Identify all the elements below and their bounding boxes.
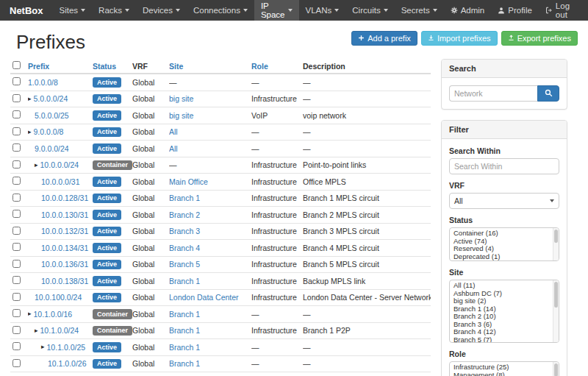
select-option[interactable]: Branch 2 (10) <box>450 313 559 321</box>
scrollbar-thumb[interactable] <box>554 282 558 308</box>
select-option[interactable]: Branch 3 (6) <box>450 321 559 329</box>
prefix-link[interactable]: 10.0.0.0/24 <box>40 160 79 169</box>
prefix-link[interactable]: 10.1.0.0/26 <box>48 359 87 368</box>
prefix-link[interactable]: 10.0.0.130/31 <box>41 210 88 219</box>
site-link[interactable]: Main Office <box>169 177 208 186</box>
status-multiselect[interactable]: Container (16)Active (74)Reserved (4)Dep… <box>449 227 559 261</box>
search-within-input[interactable] <box>449 158 559 174</box>
row-checkbox[interactable] <box>12 210 21 218</box>
row-checkbox[interactable] <box>12 77 21 85</box>
site-link[interactable]: Branch 2 <box>169 210 200 219</box>
site-link[interactable]: London Data Center <box>169 293 239 302</box>
netbox-brand[interactable]: NetBox <box>0 0 53 21</box>
select-option[interactable]: Container (16) <box>450 230 559 238</box>
prefix-link[interactable]: 5.0.0.0/24 <box>34 94 68 103</box>
vrf-cell: Global <box>132 78 169 87</box>
select-option[interactable]: Active (74) <box>450 238 559 246</box>
prefix-link[interactable]: 10.0.100.0/24 <box>35 293 82 302</box>
role-multiselect[interactable]: Infrastructure (25)Management (8)Private… <box>449 361 559 376</box>
nav-item-ip-space[interactable]: IP Space <box>254 0 299 21</box>
select-option[interactable]: Branch 1 (14) <box>450 305 559 313</box>
row-checkbox[interactable] <box>12 177 21 185</box>
prefix-link[interactable]: 10.0.0.132/31 <box>41 227 88 235</box>
nav-item-devices[interactable]: Devices <box>136 0 187 21</box>
select-option[interactable]: Deprecated (1) <box>450 253 559 261</box>
row-checkbox[interactable] <box>12 293 21 301</box>
nav-item-connections[interactable]: Connections <box>187 0 254 21</box>
prefix-link[interactable]: 5.0.0.0/25 <box>35 111 69 120</box>
select-option[interactable]: Management (8) <box>450 372 559 376</box>
vrf-select[interactable]: All <box>449 193 559 209</box>
import-prefixes-button[interactable]: Import prefixes <box>421 31 498 46</box>
select-option[interactable]: Branch 5 (7) <box>450 336 559 344</box>
select-option[interactable]: Reserved (4) <box>450 245 559 253</box>
row-checkbox[interactable] <box>12 127 21 135</box>
select-option[interactable]: All (11) <box>450 282 559 290</box>
column-header-site[interactable]: Site <box>169 62 251 71</box>
select-option[interactable]: big site (2) <box>450 297 559 305</box>
prefix-link[interactable]: 10.0.0.128/31 <box>41 194 88 202</box>
site-link[interactable]: Branch 3 <box>169 227 200 235</box>
select-all-checkbox[interactable] <box>12 61 21 69</box>
nav-item-profile[interactable]: Profile <box>491 0 539 21</box>
site-link[interactable]: big site <box>169 94 193 103</box>
row-checkbox[interactable] <box>12 110 21 118</box>
column-header-status[interactable]: Status <box>93 62 132 71</box>
site-link[interactable]: Branch 1 <box>169 194 200 202</box>
row-checkbox[interactable] <box>12 260 21 268</box>
prefix-link[interactable]: 10.0.0.0/31 <box>41 177 80 186</box>
prefix-link[interactable]: 10.1.0.0/16 <box>34 310 73 319</box>
row-checkbox[interactable] <box>12 94 21 102</box>
site-link[interactable]: Branch 1 <box>169 359 200 368</box>
nav-item-circuits[interactable]: Circuits <box>345 0 394 21</box>
site-link[interactable]: Branch 4 <box>169 244 200 252</box>
site-link[interactable]: Branch 1 <box>169 277 200 285</box>
add-prefix-button[interactable]: Add a prefix <box>351 31 417 46</box>
prefix-link[interactable]: 10.1.0.0/24 <box>40 326 79 335</box>
site-link[interactable]: Branch 1 <box>169 310 200 319</box>
prefix-link[interactable]: 9.0.0.0/8 <box>34 127 64 136</box>
site-link[interactable]: Branch 1 <box>169 343 200 352</box>
column-header-prefix[interactable]: Prefix <box>28 62 93 71</box>
search-input[interactable] <box>449 85 537 102</box>
select-option[interactable]: Ashburn DC (7) <box>450 290 559 298</box>
scrollbar-thumb[interactable] <box>554 363 558 376</box>
nav-item-racks[interactable]: Racks <box>92 0 136 21</box>
row-checkbox[interactable] <box>12 276 21 284</box>
scrollbar[interactable] <box>553 228 559 260</box>
scrollbar-thumb[interactable] <box>554 230 558 243</box>
scrollbar[interactable] <box>553 280 559 342</box>
prefix-link[interactable]: 9.0.0.0/24 <box>35 144 69 153</box>
select-option[interactable]: Infrastructure (25) <box>450 363 559 372</box>
nav-item-logout[interactable]: Log out <box>539 0 584 21</box>
nav-item-admin[interactable]: Admin <box>444 0 492 21</box>
row-checkbox[interactable] <box>12 143 21 152</box>
scrollbar[interactable] <box>553 362 559 376</box>
site-link[interactable]: Branch 1 <box>169 326 200 335</box>
row-checkbox[interactable] <box>12 160 21 169</box>
prefix-link[interactable]: 10.0.0.134/31 <box>41 244 88 252</box>
export-prefixes-button[interactable]: Export prefixes <box>501 31 578 46</box>
nav-item-secrets[interactable]: Secrets <box>395 0 444 21</box>
site-link[interactable]: big site <box>169 111 193 120</box>
search-button[interactable] <box>537 85 559 102</box>
row-checkbox[interactable] <box>12 309 21 317</box>
row-checkbox[interactable] <box>12 227 21 235</box>
row-checkbox[interactable] <box>12 194 21 202</box>
site-link[interactable]: Branch 5 <box>169 260 200 269</box>
prefix-link[interactable]: 10.0.0.136/31 <box>41 260 88 269</box>
row-checkbox[interactable] <box>12 243 21 251</box>
prefix-link[interactable]: 10.0.0.138/31 <box>41 277 88 285</box>
row-checkbox[interactable] <box>12 359 21 367</box>
prefix-link[interactable]: 1.0.0.0/8 <box>28 78 58 87</box>
column-header-role[interactable]: Role <box>251 62 303 71</box>
select-option[interactable]: Branch 4 (12) <box>450 328 559 336</box>
nav-item-vlans[interactable]: VLANs <box>299 0 346 21</box>
site-link[interactable]: All <box>169 144 178 153</box>
site-link[interactable]: All <box>169 127 178 136</box>
site-multiselect[interactable]: All (11)Ashburn DC (7)big site (2)Branch… <box>449 280 559 343</box>
nav-item-sites[interactable]: Sites <box>53 0 93 21</box>
row-checkbox[interactable] <box>12 342 21 350</box>
row-checkbox[interactable] <box>12 326 21 334</box>
prefix-link[interactable]: 10.1.0.0/25 <box>47 343 86 352</box>
